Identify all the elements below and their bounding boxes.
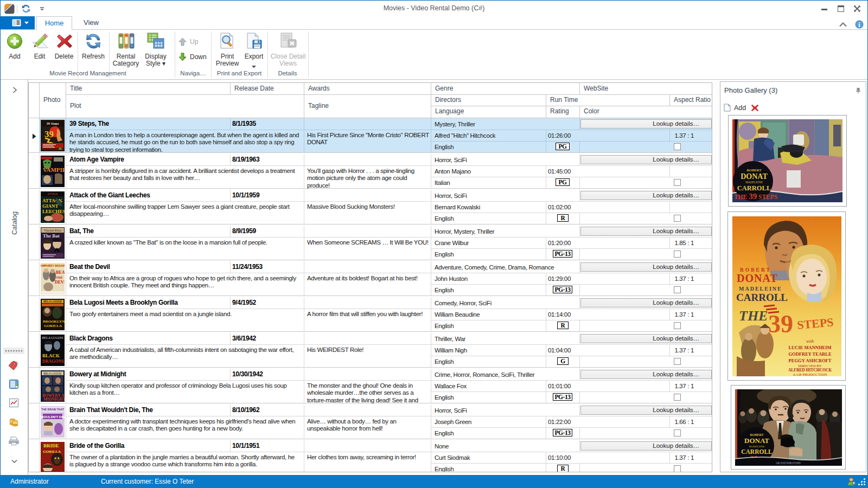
svg-text:LUCIE MANNHEIM: LUCIE MANNHEIM (788, 345, 831, 350)
svg-text:THE: THE (56, 276, 63, 279)
svg-text:THE: THE (739, 308, 768, 324)
svg-text:DRAGONS: DRAGONS (42, 359, 65, 364)
svg-text:THE 39 STEPS: THE 39 STEPS (734, 192, 777, 201)
svg-text:ROBERT: ROBERT (746, 168, 762, 172)
svg-text:DIRECTED BY: DIRECTED BY (799, 364, 822, 368)
svg-text:ALFRED HITCHCOCK: ALFRED HITCHCOCK (788, 368, 832, 373)
svg-text:ATTACK: ATTACK (48, 192, 59, 196)
svg-text:Vincent Price: Vincent Price (44, 229, 62, 232)
svg-text:MADELEINE: MADELEINE (745, 181, 763, 184)
svg-text:BRIDE: BRIDE (43, 443, 59, 448)
svg-text:BELA LUGOSI: BELA LUGOSI (44, 372, 62, 375)
svg-text:GB DISTRIBUTORS: GB DISTRIBUTORS (776, 461, 801, 465)
svg-text:GIANT: GIANT (42, 203, 59, 209)
svg-text:DONAT: DONAT (744, 436, 769, 445)
svg-text:A GB PRODUCTION: A GB PRODUCTION (793, 373, 827, 376)
svg-text:THE BRAIN THAT: THE BRAIN THAT (41, 408, 64, 411)
svg-text:MADELEINE: MADELEINE (749, 445, 764, 448)
svg-text:BROOKLYN: BROOKLYN (43, 319, 65, 324)
svg-text:WOULDN'T DIE: WOULDN'T DIE (41, 415, 65, 419)
svg-text:DONAT: DONAT (737, 272, 778, 284)
svg-text:BELA LUGOSI: BELA LUGOSI (42, 336, 63, 339)
svg-text:DEVIL: DEVIL (55, 280, 65, 285)
svg-text:HUMPHREY BOGART: HUMPHREY BOGART (41, 264, 65, 267)
svg-text:CARROLL: CARROLL (737, 184, 771, 192)
svg-text:with: with (806, 339, 814, 344)
svg-text:BEAT: BEAT (56, 270, 65, 275)
svg-text:PEGGY ASHCROFT: PEGGY ASHCROFT (789, 358, 832, 363)
svg-text:CARROLL: CARROLL (741, 448, 773, 455)
svg-text:GORILLA: GORILLA (44, 324, 62, 328)
svg-text:39: 39 (768, 310, 793, 338)
svg-text:BLACK: BLACK (42, 353, 60, 358)
svg-text:MIDNIGHT: MIDNIGHT (43, 397, 65, 402)
svg-text:MADELEINE: MADELEINE (739, 286, 782, 292)
svg-text:GODFREY TEARLE: GODFREY TEARLE (788, 351, 831, 357)
svg-text:CARROLL: CARROLL (736, 292, 788, 303)
svg-text:BELA LUGOSI: BELA LUGOSI (43, 300, 62, 303)
svg-text:VAMPIRE: VAMPIRE (43, 166, 65, 173)
svg-text:39 Steps: 39 Steps (47, 121, 59, 125)
svg-text:LEECHES: LEECHES (42, 209, 65, 214)
svg-text:DONAT: DONAT (741, 172, 768, 181)
